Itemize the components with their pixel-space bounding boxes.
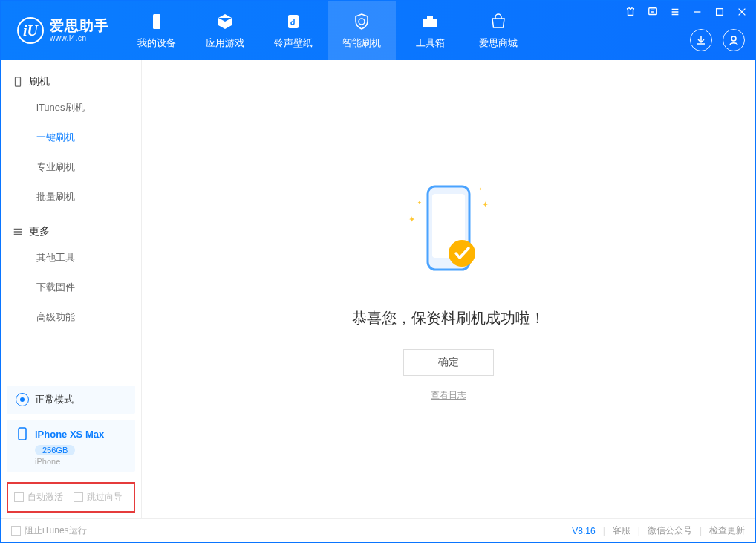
toolbox-icon xyxy=(421,11,439,32)
sidebar-item-download-firmware[interactable]: 下载固件 xyxy=(1,273,141,302)
shirt-icon[interactable] xyxy=(623,4,638,19)
app-logo: iU 爱思助手 www.i4.cn xyxy=(1,17,123,44)
flash-options-highlight: 自动激活 跳过向导 xyxy=(7,482,135,513)
svg-rect-7 xyxy=(16,77,21,86)
shield-sync-icon xyxy=(353,11,371,32)
device-name: iPhone XS Max xyxy=(35,429,104,440)
store-icon xyxy=(489,11,507,32)
confirm-button[interactable]: 确定 xyxy=(403,349,494,376)
main-tabs: 我的设备 应用游戏 铃声壁纸 智能刷机 工具箱 爱思商城 xyxy=(123,1,532,60)
device-type: iPhone xyxy=(35,457,126,466)
download-button[interactable] xyxy=(690,29,712,51)
group-title-more: 更多 xyxy=(1,225,141,243)
sidebar-item-oneclick-flash[interactable]: 一键刷机 xyxy=(1,123,141,152)
svg-rect-0 xyxy=(153,14,160,29)
sidebar-item-other-tools[interactable]: 其他工具 xyxy=(1,243,141,273)
feedback-icon[interactable] xyxy=(645,4,660,19)
header-actions xyxy=(690,29,745,51)
storage-badge: 256GB xyxy=(35,445,75,455)
block-itunes-checkbox[interactable]: 阻止iTunes运行 xyxy=(11,524,87,537)
music-file-icon xyxy=(284,11,302,32)
minimize-button[interactable] xyxy=(690,4,705,19)
success-illustration: ✦ ✦ ✦ ✦ xyxy=(404,178,493,289)
device-mode-panel[interactable]: 正常模式 xyxy=(7,386,135,414)
skip-guide-checkbox[interactable]: 跳过向导 xyxy=(74,491,123,504)
list-icon xyxy=(13,227,23,237)
svg-rect-8 xyxy=(19,428,26,440)
account-button[interactable] xyxy=(723,29,745,51)
version-label: V8.16 xyxy=(572,526,595,536)
window-controls xyxy=(623,4,749,19)
check-update-link[interactable]: 检查更新 xyxy=(709,524,745,537)
device-info-panel[interactable]: iPhone XS Max 256GB iPhone xyxy=(7,420,135,472)
app-subtitle: www.i4.cn xyxy=(50,34,109,43)
svg-rect-2 xyxy=(423,19,437,27)
sidebar-group-flash: 刷机 iTunes刷机 一键刷机 专业刷机 批量刷机 xyxy=(1,66,141,216)
svg-point-6 xyxy=(731,36,736,41)
tab-ringtone-wallpaper[interactable]: 铃声壁纸 xyxy=(259,1,328,60)
sidebar-item-batch-flash[interactable]: 批量刷机 xyxy=(1,182,141,212)
device-mode-label: 正常模式 xyxy=(35,393,74,406)
tab-apps-games[interactable]: 应用游戏 xyxy=(191,1,259,60)
app-title: 爱思助手 xyxy=(50,18,109,34)
statusbar: 阻止iTunes运行 V8.16 | 客服 | 微信公众号 | 检查更新 xyxy=(1,518,755,542)
device-icon xyxy=(13,77,23,87)
tab-my-device[interactable]: 我的设备 xyxy=(123,1,191,60)
mode-indicator-icon xyxy=(16,393,29,406)
main-content: ✦ ✦ ✦ ✦ 恭喜您，保资料刷机成功啦！ 确定 查看日志 xyxy=(142,60,755,518)
cube-icon xyxy=(216,11,234,32)
sidebar-group-more: 更多 其他工具 下载固件 高级功能 xyxy=(1,216,141,336)
group-title-flash: 刷机 xyxy=(1,75,141,93)
phone-outline-icon xyxy=(16,427,29,440)
sidebar: 刷机 iTunes刷机 一键刷机 专业刷机 批量刷机 更多 其他工具 下载固件 … xyxy=(1,60,142,518)
logo-icon: iU xyxy=(17,17,44,44)
svg-rect-4 xyxy=(649,8,657,15)
close-button[interactable] xyxy=(734,4,749,19)
svg-rect-5 xyxy=(717,9,723,16)
menu-icon[interactable] xyxy=(668,4,682,19)
svg-rect-1 xyxy=(288,15,299,28)
phone-icon xyxy=(148,11,166,32)
wechat-link[interactable]: 微信公众号 xyxy=(648,524,692,537)
support-link[interactable]: 客服 xyxy=(613,524,630,537)
svg-rect-3 xyxy=(427,16,433,19)
view-log-link[interactable]: 查看日志 xyxy=(431,389,466,402)
svg-point-11 xyxy=(449,240,475,267)
maximize-button[interactable] xyxy=(712,4,727,19)
tab-toolbox[interactable]: 工具箱 xyxy=(396,1,464,60)
success-message: 恭喜您，保资料刷机成功啦！ xyxy=(352,308,545,328)
sidebar-item-pro-flash[interactable]: 专业刷机 xyxy=(1,152,141,182)
titlebar: iU 爱思助手 www.i4.cn 我的设备 应用游戏 铃声壁纸 智能刷机 工具… xyxy=(1,1,755,60)
sidebar-item-itunes-flash[interactable]: iTunes刷机 xyxy=(1,93,141,123)
sidebar-item-advanced[interactable]: 高级功能 xyxy=(1,302,141,332)
auto-activate-checkbox[interactable]: 自动激活 xyxy=(14,491,63,504)
tab-store[interactable]: 爱思商城 xyxy=(464,1,532,60)
tab-smart-flash[interactable]: 智能刷机 xyxy=(328,1,396,60)
